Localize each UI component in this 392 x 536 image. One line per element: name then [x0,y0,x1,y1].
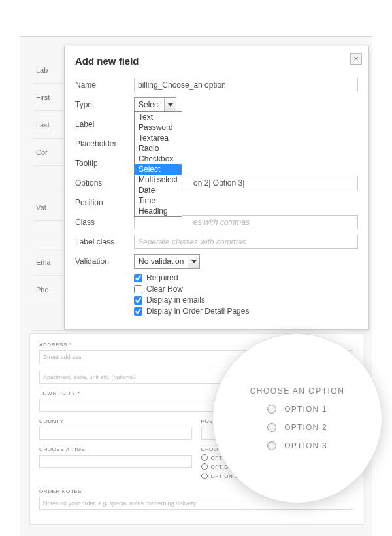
label-options: Options [75,178,134,188]
dropdown-option[interactable]: Radio [135,143,182,154]
validation-value: No validation [135,257,188,266]
lens-option-label: OPTION 1 [284,405,327,414]
type-select-value: Select [135,100,164,109]
dropdown-option[interactable]: Heading [135,206,182,216]
modal-title: Add new field [75,56,358,67]
time-input[interactable] [39,455,192,468]
magnifier-lens: CHOOSE AN OPTION OPTION 1 OPTION 2 OPTIO… [212,333,382,503]
type-dropdown-list: Text Password Textarea Radio Checkbox Se… [134,111,182,217]
name-input[interactable] [134,78,358,92]
lens-option-2[interactable]: OPTION 2 [267,423,327,432]
county-label: COUNTY [39,418,192,424]
checkbox-label: Display in Order Detail Pages [146,307,249,316]
bg-item [33,166,63,193]
label-type: Type [75,100,134,109]
chevron-down-icon [164,98,176,111]
bg-item: Lab [33,56,63,84]
checkbox-label: Display in emails [146,295,205,305]
label-position: Position [75,198,134,207]
radio-input[interactable] [201,454,208,461]
chevron-down-icon [188,255,199,268]
dropdown-option[interactable]: Multi select [135,175,182,185]
dropdown-option[interactable]: Text [135,112,182,122]
class-input[interactable] [134,215,358,229]
bg-item [33,303,63,331]
bg-item: Ema [33,248,63,276]
label-label: Label [75,120,134,129]
radio-icon [267,423,276,432]
bg-item [33,221,63,248]
checkbox-input[interactable] [134,274,142,282]
label-labelclass: Label class [75,237,134,246]
bg-item: First [33,84,63,111]
label-placeholder: Placeholder [75,139,134,148]
checkbox-label: Required [146,273,178,282]
background-sidebar: Lab First Last Cor Vat Ema Pho Cou [33,56,63,358]
type-select[interactable]: Select Text Password Textarea Radio Chec… [134,97,176,112]
validation-select[interactable]: No validation [134,254,200,269]
label-class: Class [75,218,134,227]
add-field-modal: × Add new field Name Type Select Text Pa… [64,46,369,330]
lens-title: CHOOSE AN OPTION [250,386,345,395]
lens-option-label: OPTION 2 [284,423,327,432]
dropdown-option[interactable]: Date [135,185,182,195]
dropdown-option-selected[interactable]: Select [135,164,182,175]
close-icon[interactable]: × [350,53,362,65]
required-checkbox[interactable]: Required [134,273,358,282]
dropdown-option[interactable]: Password [135,122,182,133]
lens-option-1[interactable]: OPTION 1 [267,405,327,414]
radio-input[interactable] [201,473,208,479]
bg-item: Cor [33,139,63,166]
radio-input[interactable] [201,463,208,470]
clearrow-checkbox[interactable]: Clear Row [134,284,358,293]
checkbox-label: Clear Row [146,284,183,293]
label-validation: Validation [75,257,134,266]
label-tooltip: Tooltip [75,159,134,168]
bg-item: Pho [33,276,63,303]
dropdown-option[interactable]: Textarea [135,133,182,143]
bg-item: Last [33,111,63,139]
radio-icon [267,405,276,414]
checkbox-input[interactable] [134,307,142,316]
display-emails-checkbox[interactable]: Display in emails [134,295,358,305]
labelclass-input[interactable] [134,235,358,249]
lens-option-label: OPTION 3 [284,441,327,450]
dropdown-option[interactable]: Time [135,195,182,206]
choose-time-label: CHOOSE A TIME [39,446,192,452]
display-detail-checkbox[interactable]: Display in Order Detail Pages [134,307,358,316]
checkbox-input[interactable] [134,296,142,305]
dropdown-option[interactable]: Checkbox [135,154,182,164]
lens-option-3[interactable]: OPTION 3 [267,441,327,450]
checkbox-input[interactable] [134,285,142,293]
label-name: Name [75,80,134,90]
county-input[interactable] [39,427,192,440]
bg-item: Vat [33,193,63,221]
radio-icon [267,441,276,450]
